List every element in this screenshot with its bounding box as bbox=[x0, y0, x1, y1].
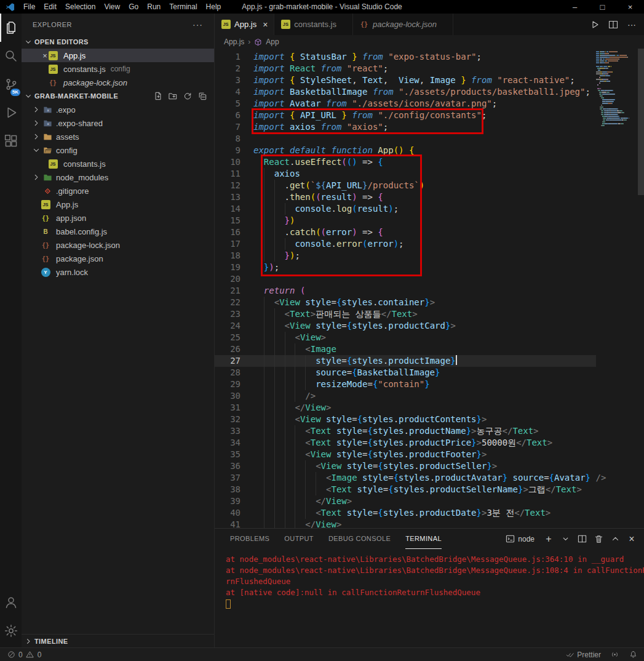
code-text[interactable]: <View style={styles.productSeller}> bbox=[253, 460, 497, 472]
menu-edit[interactable]: Edit bbox=[39, 2, 61, 11]
tree-item-app-json[interactable]: {}app.json bbox=[22, 211, 214, 225]
code-text[interactable]: source={BasketballImage} bbox=[253, 367, 440, 379]
line-number[interactable]: 24 bbox=[215, 320, 253, 332]
line-number[interactable]: 29 bbox=[215, 379, 253, 390]
code-text[interactable]: </View> bbox=[253, 402, 331, 414]
panel-tab-output[interactable]: OUTPUT bbox=[284, 529, 314, 549]
tree-item-yarn-lock[interactable]: Yyarn.lock bbox=[22, 265, 214, 279]
trash-icon[interactable] bbox=[594, 534, 603, 544]
status-bell[interactable] bbox=[628, 650, 638, 660]
editor-scrollbar[interactable] bbox=[638, 49, 644, 195]
close-panel-icon[interactable]: × bbox=[627, 534, 637, 544]
line-number[interactable]: 27 bbox=[215, 355, 253, 367]
open-editors-header[interactable]: OPEN EDITORS bbox=[22, 35, 214, 49]
timeline-header[interactable]: TIMELINE bbox=[22, 634, 214, 647]
line-number[interactable]: 39 bbox=[215, 495, 253, 507]
collapse-all-icon[interactable] bbox=[197, 91, 207, 101]
tree-item-node-modules[interactable]: node_modules bbox=[22, 170, 214, 184]
code-text[interactable]: }); bbox=[253, 262, 279, 273]
tree-item-app-js[interactable]: JSApp.js bbox=[22, 198, 214, 211]
code-text[interactable]: <Image style={styles.productAvatar} sour… bbox=[253, 472, 606, 484]
code-text[interactable]: axios bbox=[253, 168, 300, 180]
code-text[interactable]: <Text style={styles.productName}>농구공</Te… bbox=[253, 425, 539, 437]
code-text[interactable]: <Text>판매되는 상품들</Text> bbox=[253, 308, 418, 320]
code-text[interactable]: </View> bbox=[253, 519, 341, 528]
code-text[interactable]: /> bbox=[253, 390, 316, 402]
line-number[interactable]: 3 bbox=[215, 74, 253, 86]
line-number[interactable]: 32 bbox=[215, 414, 253, 425]
tree-item-constants-js[interactable]: JSconstants.js bbox=[22, 157, 214, 170]
line-number[interactable]: 25 bbox=[215, 332, 253, 343]
line-number[interactable]: 5 bbox=[215, 98, 253, 110]
line-number[interactable]: 21 bbox=[215, 285, 253, 297]
status-check-double[interactable]: Prettier bbox=[565, 650, 601, 660]
code-text[interactable]: }) bbox=[253, 215, 295, 226]
problems-status[interactable]: 0 0 bbox=[6, 650, 41, 660]
tree-item-expo[interactable]: ×.expo bbox=[22, 103, 214, 116]
status-broadcast[interactable] bbox=[610, 650, 619, 660]
code-text[interactable]: <View style={styles.container}> bbox=[253, 297, 435, 308]
terminal-output[interactable]: at node_modules\react-native\Libraries\B… bbox=[215, 549, 644, 647]
minimap[interactable] bbox=[596, 51, 638, 127]
shell-selector[interactable]: node bbox=[505, 534, 535, 544]
dropdown-chevron-icon[interactable] bbox=[560, 534, 570, 544]
line-number[interactable]: 9 bbox=[215, 145, 253, 156]
tree-item-package-json[interactable]: {}package.json bbox=[22, 252, 214, 265]
line-number[interactable]: 36 bbox=[215, 460, 253, 472]
activity-settings-gear-icon[interactable] bbox=[0, 617, 22, 645]
line-number[interactable]: 30 bbox=[215, 390, 253, 402]
activity-extensions-icon[interactable] bbox=[0, 127, 22, 155]
activity-account-icon[interactable] bbox=[0, 588, 22, 617]
open-editor-constants-js[interactable]: JSconstants.jsconfig bbox=[22, 62, 214, 76]
tree-item-gitignore[interactable]: .gitignore bbox=[22, 184, 214, 198]
line-number[interactable]: 8 bbox=[215, 133, 253, 145]
code-text[interactable]: import { API_URL } from "./config/consta… bbox=[253, 110, 487, 121]
tab-app-js[interactable]: JSApp.js× bbox=[215, 14, 274, 35]
code-text[interactable]: import { StyleSheet, Text, View, Image }… bbox=[253, 74, 575, 86]
tab-constants-js[interactable]: JSconstants.js bbox=[274, 14, 353, 35]
line-number[interactable]: 1 bbox=[215, 51, 253, 63]
activity-files-icon[interactable] bbox=[0, 14, 22, 42]
tree-item-package-lock-json[interactable]: {}package-lock.json bbox=[22, 238, 214, 252]
line-number[interactable]: 37 bbox=[215, 472, 253, 484]
code-text[interactable]: <Text style={styles.productSellerName}>그… bbox=[253, 484, 582, 495]
line-number[interactable]: 4 bbox=[215, 86, 253, 98]
panel-tab-debug-console[interactable]: DEBUG CONSOLE bbox=[328, 529, 391, 549]
tab-package-lock-json[interactable]: {}package-lock.json bbox=[353, 14, 453, 35]
line-number[interactable]: 38 bbox=[215, 484, 253, 495]
line-number[interactable]: 15 bbox=[215, 215, 253, 226]
line-number[interactable]: 28 bbox=[215, 367, 253, 379]
code-text[interactable]: <View style={styles.productContents}> bbox=[253, 414, 487, 425]
code-text[interactable]: return ( bbox=[253, 285, 305, 297]
menu-go[interactable]: Go bbox=[124, 2, 143, 11]
new-folder-icon[interactable] bbox=[168, 91, 178, 101]
code-text[interactable]: .catch((error) => { bbox=[253, 226, 383, 238]
line-number[interactable]: 13 bbox=[215, 191, 253, 203]
more-actions-icon[interactable]: ··· bbox=[193, 20, 203, 30]
line-number[interactable]: 23 bbox=[215, 308, 253, 320]
breadcrumb-file[interactable]: App.js bbox=[224, 38, 244, 46]
line-number[interactable]: 33 bbox=[215, 425, 253, 437]
code-text[interactable]: import BasketballImage from "./assets/pr… bbox=[253, 86, 590, 98]
menu-view[interactable]: View bbox=[100, 2, 124, 11]
code-text[interactable]: .get(`${API_URL}/products`) bbox=[253, 180, 424, 191]
activity-source-control-icon[interactable]: 5K bbox=[0, 70, 22, 98]
line-number[interactable]: 17 bbox=[215, 238, 253, 250]
code-text[interactable]: console.error(error); bbox=[253, 238, 404, 250]
line-number[interactable]: 18 bbox=[215, 250, 253, 262]
refresh-icon[interactable] bbox=[183, 91, 193, 101]
line-number[interactable]: 11 bbox=[215, 168, 253, 180]
line-number[interactable]: 14 bbox=[215, 203, 253, 215]
menu-selection[interactable]: Selection bbox=[61, 2, 100, 11]
code-text[interactable]: import React from "react"; bbox=[253, 63, 388, 74]
code-text[interactable]: resizeMode={"contain"} bbox=[253, 379, 430, 390]
line-number[interactable]: 20 bbox=[215, 273, 253, 285]
line-number[interactable]: 12 bbox=[215, 180, 253, 191]
code-text[interactable]: <Image bbox=[253, 343, 336, 355]
close-button[interactable]: × bbox=[616, 0, 644, 14]
code-text[interactable]: <View style={styles.productCard}> bbox=[253, 320, 456, 332]
activity-run-debug-icon[interactable] bbox=[0, 98, 22, 127]
code-text[interactable]: export default function App() { bbox=[253, 145, 414, 156]
menu-file[interactable]: File bbox=[19, 2, 39, 11]
line-number[interactable]: 35 bbox=[215, 449, 253, 460]
